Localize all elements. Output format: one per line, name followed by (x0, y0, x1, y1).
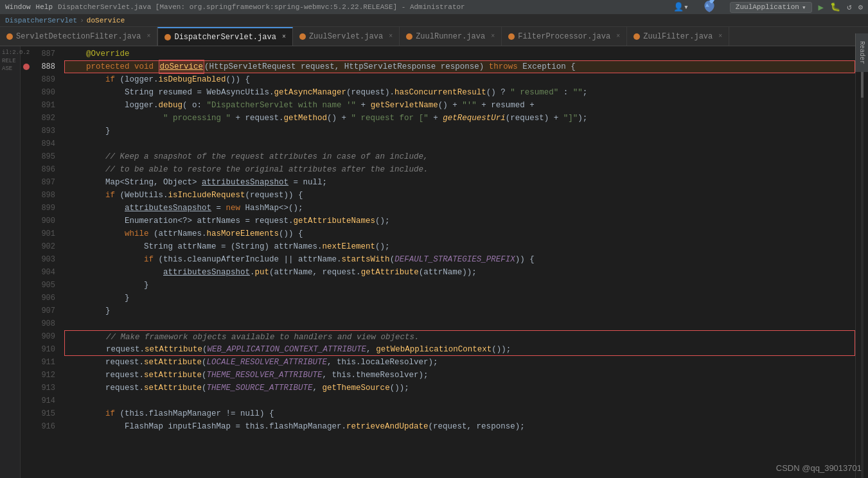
code-line-891: logger.debug( o: "DispatcherServlet with… (64, 99, 855, 112)
code-line-916: FlashMap inputFlashMap = this.flashMapMa… (64, 420, 855, 433)
bp-914 (21, 394, 32, 407)
tab-label-zuulrunner: ZuulRunner.java (416, 32, 485, 41)
code-line-911: request.setAttribute(LOCALE_RESOLVER_ATT… (64, 356, 855, 369)
tab-icon-filterprocessor (508, 33, 515, 40)
ln-901: 901 (32, 227, 59, 240)
bp-904 (21, 266, 32, 279)
code-line-908 (64, 317, 855, 330)
breadcrumb-dispatcher[interactable]: DispatcherServlet (5, 17, 77, 24)
ln-911: 911 (32, 356, 59, 369)
debug-icon[interactable]: 🐛 (830, 2, 840, 12)
ln-916: 916 (32, 420, 59, 433)
scrollbar-track (861, 46, 864, 478)
tab-close-zuulrunner[interactable]: × (491, 33, 495, 40)
ln-893: 893 (32, 125, 59, 137)
line-numbers: 887 888 889 890 891 892 893 894 895 896 … (32, 46, 64, 478)
tab-servlet-detection[interactable]: ServletDetectionFilter.java × (0, 27, 157, 46)
bp-888[interactable] (21, 60, 32, 73)
ln-909: 909 (32, 330, 59, 343)
bp-892 (21, 112, 32, 125)
bp-893 (21, 125, 32, 137)
refresh-button[interactable]: ↺ (847, 2, 852, 12)
tab-close-zuulservlet[interactable]: × (389, 33, 393, 40)
ln-900: 900 (32, 215, 59, 227)
title-bar-right: 👤▾ ZuulApplication ▾ ▶ 🐛 ↺ ⚙ (673, 1, 863, 13)
ln-894: 894 (32, 137, 59, 150)
code-line-904: attributesSnapshot.put(attrName, request… (64, 266, 855, 279)
bp-907 (21, 305, 32, 317)
title-bar: Window Help DispatcherServlet.java [Mave… (0, 0, 868, 14)
code-line-901: while (attrNames.hasMoreElements()) { (64, 227, 855, 240)
bp-909 (21, 330, 32, 343)
zuul-app-button[interactable]: ZuulApplication ▾ (730, 2, 812, 13)
more-button[interactable]: ⚙ (858, 3, 863, 12)
code-line-887: @Override (64, 48, 855, 60)
tab-close-filterprocessor[interactable]: × (616, 33, 620, 40)
tab-label-filterprocessor: FilterProcessor.java (518, 32, 610, 41)
bp-911 (21, 356, 32, 369)
user-icon[interactable]: 👤▾ (673, 2, 689, 12)
tab-zuul-filter[interactable]: ZuulFilter.java × (627, 27, 729, 46)
code-line-903: if (this.cleanupAfterInclude || attrName… (64, 253, 855, 266)
release-text1: RELE (2, 57, 18, 66)
tab-icon-servlet (6, 33, 13, 40)
bp-916 (21, 420, 32, 433)
tab-close-dispatcher[interactable]: × (282, 33, 286, 40)
bp-906 (21, 292, 32, 305)
tab-zuul-servlet[interactable]: ZuulServlet.java × (293, 27, 400, 46)
run-button[interactable]: ▶ (819, 2, 824, 13)
tab-dispatcher-servlet[interactable]: DispatcherServlet.java × (157, 27, 292, 46)
code-line-906: } (64, 292, 855, 305)
code-line-902: String attrName = (String) attrNames.nex… (64, 240, 855, 253)
help-menu[interactable]: Help (36, 3, 53, 11)
tab-bar: ServletDetectionFilter.java × Dispatcher… (0, 27, 868, 46)
code-line-910: request.setAttribute(WEB_APPLICATION_CON… (64, 343, 855, 356)
code-line-900: Enumeration<?> attrNames = request.getAt… (64, 215, 855, 227)
code-line-897: Map<String, Object> attributesSnapshot =… (64, 176, 855, 189)
bp-913 (21, 382, 32, 394)
version-text: il:2.0.2 (2, 49, 18, 57)
tab-icon-zuulfilter (633, 33, 640, 40)
ln-915: 915 (32, 407, 59, 420)
breadcrumb-doservice[interactable]: doService (87, 17, 125, 24)
code-line-892: " processing " + request.getMethod() + "… (64, 112, 855, 125)
code-line-898: if (WebUtils.isIncludeRequest(request)) … (64, 189, 855, 202)
tab-filter-processor[interactable]: FilterProcessor.java × (502, 27, 627, 46)
tab-close-servlet[interactable]: × (146, 33, 150, 40)
tab-close-zuulfilter[interactable]: × (718, 33, 722, 40)
code-line-890: String resumed = WebAsyncUtils.getAsyncM… (64, 86, 855, 99)
reader-badge: Reader (855, 33, 868, 72)
left-sidebar: il:2.0.2 RELE ASE (0, 46, 21, 478)
tab-zuul-runner[interactable]: ZuulRunner.java × (400, 27, 502, 46)
tab-label-zuulservlet: ZuulServlet.java (309, 32, 383, 41)
breadcrumb-bar: DispatcherServlet › doService (0, 14, 868, 27)
bp-912 (21, 369, 32, 382)
breakpoint-gutter (21, 46, 32, 478)
ln-887: 887 (32, 48, 59, 60)
ln-905: 905 (32, 279, 59, 292)
code-line-888: protected void doService(HttpServletRequ… (64, 60, 855, 73)
right-scrollbar[interactable] (855, 46, 868, 478)
window-menu[interactable]: Window (5, 3, 31, 11)
code-content[interactable]: @Override protected void doService(HttpS… (64, 46, 855, 478)
ln-896: 896 (32, 163, 59, 176)
code-line-899: attributesSnapshot = new HashMap<>(); (64, 202, 855, 215)
ln-908: 908 (32, 317, 59, 330)
code-line-907: } (64, 305, 855, 317)
ln-902: 902 (32, 240, 59, 253)
bp-890 (21, 86, 32, 99)
bp-905 (21, 279, 32, 292)
ln-891: 891 (32, 99, 59, 112)
ln-897: 897 (32, 176, 59, 189)
tab-icon-dispatcher (164, 34, 171, 40)
bird-icon (700, 0, 718, 16)
logo-area (695, 1, 723, 13)
editor-area: 887 888 889 890 891 892 893 894 895 896 … (21, 46, 855, 478)
code-line-893: } (64, 125, 855, 137)
ln-903: 903 (32, 253, 59, 266)
ln-892: 892 (32, 112, 59, 125)
code-line-912: request.setAttribute(THEME_RESOLVER_ATTR… (64, 369, 855, 382)
tab-label-dispatcher: DispatcherServlet.java (174, 33, 276, 42)
ln-895: 895 (32, 150, 59, 163)
code-line-896: // to be able to restore the original at… (64, 163, 855, 176)
